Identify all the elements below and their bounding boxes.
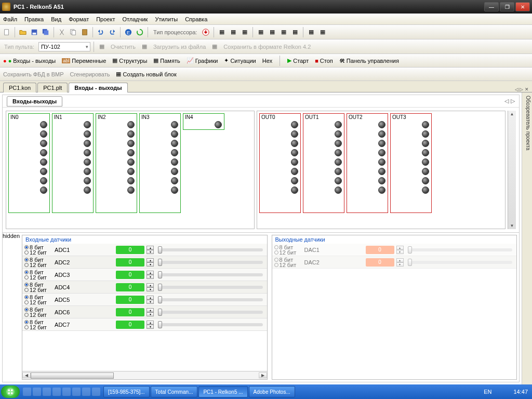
ql-icon[interactable] — [43, 388, 51, 396]
view-vars[interactable]: abl Переменные — [62, 58, 106, 64]
menu-utils[interactable]: Утилиты — [155, 16, 178, 22]
bit8-radio[interactable]: 8 бит — [24, 295, 49, 300]
out-block[interactable]: OUT3 — [390, 113, 432, 213]
tool2-icon[interactable]: ▦ — [229, 28, 238, 37]
close-button[interactable]: ✕ — [515, 2, 530, 11]
subtab-next[interactable]: ▷ — [511, 98, 515, 104]
in-block[interactable]: IN4 — [183, 113, 224, 130]
menu-file[interactable]: Файл — [3, 16, 17, 22]
bit12-radio[interactable]: 12 бит — [24, 275, 49, 280]
bit8-radio[interactable]: 8 бит — [24, 307, 49, 312]
menu-format[interactable]: Формат — [69, 16, 89, 22]
tab-kon[interactable]: PC1.kon — [3, 83, 36, 92]
value-slider[interactable] — [158, 298, 262, 301]
menu-view[interactable]: Вид — [51, 16, 61, 22]
taskbar-item[interactable]: Total Comman... — [151, 386, 198, 397]
taskbar-item[interactable]: PC1 - Relkon5 ... — [198, 386, 247, 397]
save-icon[interactable] — [30, 28, 39, 37]
view-structs[interactable]: ▦ Структуры — [112, 57, 147, 64]
start-button[interactable] — [1, 385, 20, 398]
minimize-button[interactable]: — — [484, 2, 499, 11]
adc-hscroll[interactable]: ◀▶ — [22, 371, 267, 379]
bit12-radio[interactable]: 12 бит — [24, 250, 49, 255]
bit8-radio[interactable]: 8 бит — [24, 270, 49, 275]
value-spinner[interactable]: ▴▾ — [147, 258, 154, 267]
download-icon[interactable] — [201, 28, 210, 37]
ql-icon[interactable] — [33, 388, 41, 396]
bit12-radio[interactable]: 12 бит — [24, 300, 49, 305]
tool8-icon[interactable]: ▦ — [307, 28, 316, 37]
value-slider[interactable] — [158, 261, 262, 264]
start-button[interactable]: ▶ Старт — [287, 57, 309, 64]
maximize-button[interactable]: ❐ — [500, 2, 514, 11]
tool4-icon[interactable]: ▦ — [256, 28, 265, 37]
bit8-radio[interactable]: 8 бит — [24, 282, 49, 287]
taskbar-item[interactable]: Adobe Photos... — [249, 386, 295, 397]
in-block[interactable]: IN3 — [139, 113, 181, 213]
value-slider[interactable] — [158, 248, 262, 251]
new-block-button[interactable]: ▦ Создать новый блок — [116, 71, 176, 77]
view-io[interactable]: ●● Входы - выходы — [3, 58, 56, 64]
out-block[interactable]: OUT0 — [259, 113, 301, 213]
menu-help[interactable]: Справка — [185, 16, 207, 22]
bit12-radio[interactable]: 12 бит — [24, 312, 49, 317]
tab-io[interactable]: Входы - выходы — [69, 83, 127, 92]
paste-icon[interactable] — [80, 28, 89, 37]
bit8-radio[interactable]: 8 бит — [24, 320, 49, 325]
menu-debugger[interactable]: Отладчик — [122, 16, 148, 22]
console-combo[interactable]: ПУ-102 — [38, 42, 90, 51]
tool7-icon[interactable]: ▦ — [290, 28, 300, 37]
value-slider[interactable] — [158, 311, 262, 314]
value-spinner[interactable]: ▴▾ — [147, 321, 154, 329]
cut-icon[interactable] — [57, 28, 66, 37]
e-icon[interactable]: E — [124, 28, 133, 37]
in-block[interactable]: IN2 — [96, 113, 137, 213]
tool1-icon[interactable]: ▦ — [217, 28, 227, 37]
value-spinner[interactable]: ▴▾ — [147, 271, 154, 279]
value-spinner[interactable]: ▴▾ — [147, 283, 154, 291]
refresh-icon[interactable] — [135, 28, 144, 37]
clock[interactable]: 14:47 — [513, 389, 528, 395]
open-icon[interactable] — [18, 28, 28, 37]
tool5-icon[interactable]: ▦ — [268, 28, 277, 37]
stop-button[interactable]: ■ Стоп — [315, 58, 333, 64]
in-block[interactable]: IN1 — [52, 113, 94, 213]
bit8-radio[interactable]: 8 бит — [24, 245, 49, 250]
view-sit[interactable]: ✦ Ситуации — [224, 57, 256, 64]
menu-project[interactable]: Проект — [96, 16, 115, 22]
project-explorer-tab[interactable]: Обозреватель проекта — [522, 92, 532, 384]
ql-icon[interactable] — [92, 388, 100, 396]
tab-plt[interactable]: PC1.plt — [37, 83, 68, 92]
view-charts[interactable]: 📈 Графики — [187, 57, 218, 64]
tool9-icon[interactable]: ▦ — [318, 28, 327, 37]
bit8-radio[interactable]: 8 бит — [24, 257, 49, 262]
redo-icon[interactable] — [108, 28, 117, 37]
ql-icon[interactable] — [62, 388, 71, 396]
value-spinner[interactable]: ▴▾ — [147, 246, 154, 254]
out-block[interactable]: OUT1 — [303, 113, 344, 213]
tab-nav[interactable]: ◁ ▷ ✕ — [515, 87, 529, 92]
io-scrollbar[interactable]: ▲▼ — [508, 111, 516, 229]
lang-indicator[interactable]: EN — [484, 389, 491, 395]
control-panel-button[interactable]: 🛠 Панель управления — [339, 58, 399, 64]
menu-edit[interactable]: Правка — [24, 16, 44, 22]
taskbar-item[interactable]: [159-985-375]... — [103, 386, 150, 397]
in-block[interactable]: IN0 — [8, 113, 50, 213]
subtab-prev[interactable]: ◁ — [504, 98, 509, 104]
undo-icon[interactable] — [96, 28, 105, 37]
value-spinner[interactable]: ▴▾ — [147, 308, 154, 316]
tool6-icon[interactable]: ▦ — [279, 28, 288, 37]
view-hex[interactable]: Hex — [262, 58, 273, 64]
subtab-io[interactable]: Входы-выходы — [7, 96, 62, 107]
ql-icon[interactable] — [23, 388, 31, 396]
tool3-icon[interactable]: ▦ — [240, 28, 249, 37]
view-mem[interactable]: ▦ Память — [153, 57, 180, 64]
ql-icon[interactable] — [72, 388, 81, 396]
bit12-radio[interactable]: 12 бит — [24, 325, 49, 330]
value-spinner[interactable]: ▴▾ — [147, 296, 154, 304]
copy-icon[interactable] — [69, 28, 78, 37]
out-block[interactable]: OUT2 — [347, 113, 388, 213]
bit12-radio[interactable]: 12 бит — [24, 287, 49, 292]
bit12-radio[interactable]: 12 бит — [24, 262, 49, 268]
ql-icon[interactable] — [82, 388, 90, 396]
